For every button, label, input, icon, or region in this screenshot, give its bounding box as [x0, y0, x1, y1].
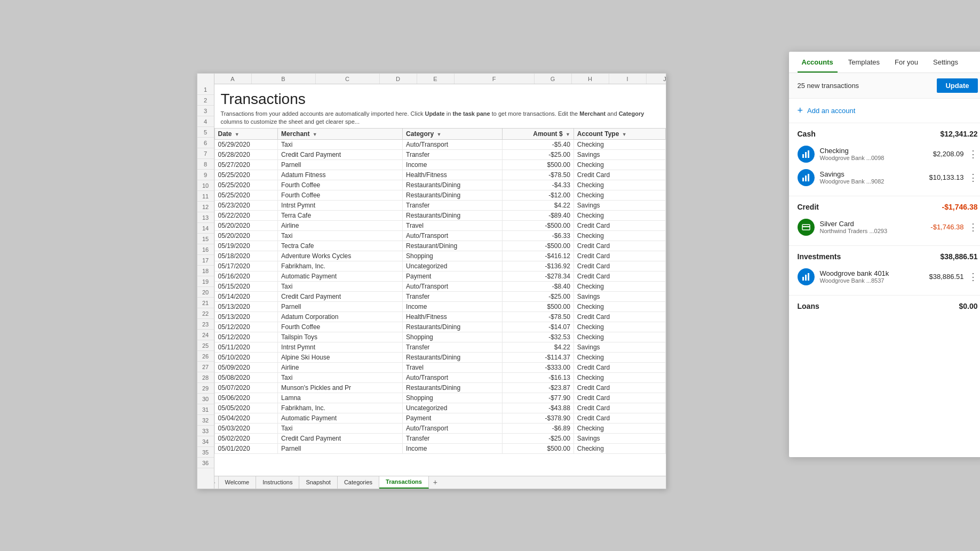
account-more-btn[interactable]: ⋮	[968, 149, 978, 159]
tx-date: 05/20/2020	[214, 231, 278, 241]
tx-merchant[interactable]: Terra Cafe	[278, 211, 403, 221]
tx-merchant[interactable]: Adatum Fitness	[278, 170, 403, 180]
tx-category[interactable]: Shopping	[403, 251, 503, 261]
tx-merchant[interactable]: Credit Card Payment	[278, 434, 403, 444]
tx-merchant[interactable]: Tailspin Toys	[278, 332, 403, 342]
add-sheet-btn[interactable]: +	[429, 476, 442, 489]
tab-transactions[interactable]: Transactions	[379, 476, 429, 489]
tx-merchant[interactable]: Automatic Payment	[278, 413, 403, 424]
tx-merchant[interactable]: Alpine Ski House	[278, 353, 403, 363]
tx-merchant[interactable]: Fourth Coffee	[278, 322, 403, 332]
tx-category[interactable]: Income	[403, 160, 503, 170]
tx-account: Credit Card	[573, 393, 665, 403]
tx-merchant[interactable]: Fabrikham, Inc.	[278, 261, 403, 271]
svg-rect-5	[808, 174, 809, 181]
tx-category[interactable]: Health/Fitness	[403, 170, 503, 180]
tx-category[interactable]: Shopping	[403, 332, 503, 342]
tx-category[interactable]: Auto/Transport	[403, 373, 503, 383]
tx-category[interactable]: Auto/Transport	[403, 424, 503, 434]
tx-merchant[interactable]: Tectra Cafe	[278, 241, 403, 251]
tx-merchant[interactable]: Credit Card Payment	[278, 292, 403, 302]
account-info: Silver Card Northwind Traders ...0293	[820, 220, 931, 234]
tx-category[interactable]: Restaurants/Dining	[403, 190, 503, 201]
add-account-row[interactable]: + Add an account	[789, 99, 981, 123]
tx-merchant[interactable]: Intrst Pymnt	[278, 201, 403, 211]
tab-snapshot[interactable]: Snapshot	[299, 476, 337, 489]
panel-tab-accounts[interactable]: Accounts	[798, 52, 838, 73]
panel-tab-templates[interactable]: Templates	[844, 52, 884, 73]
table-row: 05/01/2020 Parnell Income $500.00 Checki…	[214, 444, 665, 454]
tx-category[interactable]: Auto/Transport	[403, 231, 503, 241]
group-name: Cash	[798, 130, 816, 138]
tab-instructions[interactable]: Instructions	[256, 476, 299, 489]
tx-account: Checking	[573, 211, 665, 221]
tx-merchant[interactable]: Fourth Coffee	[278, 190, 403, 201]
tab-categories[interactable]: Categories	[338, 476, 379, 489]
tx-category[interactable]: Restaurants/Dining	[403, 180, 503, 190]
tx-category[interactable]: Health/Fitness	[403, 312, 503, 322]
account-more-btn[interactable]: ⋮	[968, 222, 978, 232]
tx-category[interactable]: Auto/Transport	[403, 140, 503, 150]
tx-category[interactable]: Transfer	[403, 292, 503, 302]
panel-tab-settings[interactable]: Settings	[929, 52, 962, 73]
tx-amount: -$32.53	[502, 332, 573, 342]
tx-merchant[interactable]: Airline	[278, 221, 403, 231]
row-num-21: 21	[197, 298, 214, 308]
tx-merchant[interactable]: Taxi	[278, 231, 403, 241]
filter-category-icon[interactable]: ▼	[436, 132, 441, 137]
tx-category[interactable]: Payment	[403, 413, 503, 424]
tx-date: 05/12/2020	[214, 322, 278, 332]
tx-category[interactable]: Auto/Transport	[403, 282, 503, 292]
tx-merchant[interactable]: Munson's Pickles and Pr	[278, 383, 403, 393]
tx-category[interactable]: Transfer	[403, 342, 503, 353]
panel-tab-for-you[interactable]: For you	[890, 52, 922, 73]
tx-merchant[interactable]: Fabrikham, Inc.	[278, 403, 403, 413]
tx-merchant[interactable]: Taxi	[278, 424, 403, 434]
tx-merchant[interactable]: Credit Card Payment	[278, 150, 403, 160]
tx-account: Savings	[573, 434, 665, 444]
tx-category[interactable]: Transfer	[403, 150, 503, 160]
tx-category[interactable]: Restaurants/Dining	[403, 322, 503, 332]
tx-merchant[interactable]: Fourth Coffee	[278, 180, 403, 190]
account-info: Woodgrove bank 401k Woodgrove Bank ...85…	[820, 269, 929, 284]
account-more-btn[interactable]: ⋮	[968, 173, 978, 182]
tx-merchant[interactable]: Intrst Pymnt	[278, 342, 403, 353]
tx-category[interactable]: Travel	[403, 363, 503, 373]
tx-category[interactable]: Restaurants/Dining	[403, 353, 503, 363]
tx-merchant[interactable]: Taxi	[278, 140, 403, 150]
tx-category[interactable]: Income	[403, 444, 503, 454]
tx-merchant[interactable]: Adventure Works Cycles	[278, 251, 403, 261]
tx-merchant[interactable]: Automatic Payment	[278, 271, 403, 282]
tx-merchant[interactable]: Lamna	[278, 393, 403, 403]
tx-merchant[interactable]: Parnell	[278, 444, 403, 454]
tx-category[interactable]: Income	[403, 302, 503, 312]
tx-merchant[interactable]: Taxi	[278, 373, 403, 383]
tx-category[interactable]: Restaurants/Dining	[403, 383, 503, 393]
tx-merchant[interactable]: Adatum Corporation	[278, 312, 403, 322]
tx-merchant[interactable]: Parnell	[278, 302, 403, 312]
tx-account: Checking	[573, 322, 665, 332]
account-more-btn[interactable]: ⋮	[968, 272, 978, 282]
tx-category[interactable]: Restaurants/Dining	[403, 211, 503, 221]
filter-account-icon[interactable]: ▼	[622, 132, 627, 137]
update-button[interactable]: Update	[937, 78, 977, 93]
filter-date-icon[interactable]: ▼	[235, 132, 240, 137]
tx-category[interactable]: Shopping	[403, 393, 503, 403]
tx-category[interactable]: Payment	[403, 271, 503, 282]
tx-category[interactable]: Uncategorized	[403, 261, 503, 271]
tx-amount: -$114.37	[502, 353, 573, 363]
table-row: 05/29/2020 Taxi Auto/Transport -$5.40 Ch…	[214, 140, 665, 150]
tx-category[interactable]: Restaurant/Dining	[403, 241, 503, 251]
filter-merchant-icon[interactable]: ▼	[313, 132, 317, 137]
tx-category[interactable]: Uncategorized	[403, 403, 503, 413]
filter-amount-icon[interactable]: ▼	[565, 132, 570, 137]
tx-amount: -$136.92	[502, 261, 573, 271]
tx-category[interactable]: Travel	[403, 221, 503, 231]
tx-category[interactable]: Transfer	[403, 434, 503, 444]
tx-category[interactable]: Transfer	[403, 201, 503, 211]
tx-merchant[interactable]: Parnell	[278, 160, 403, 170]
group-header-credit: Credit -$1,746.38	[798, 203, 978, 211]
tab-welcome[interactable]: Welcome	[219, 476, 257, 489]
tx-merchant[interactable]: Taxi	[278, 282, 403, 292]
tx-merchant[interactable]: Airline	[278, 363, 403, 373]
